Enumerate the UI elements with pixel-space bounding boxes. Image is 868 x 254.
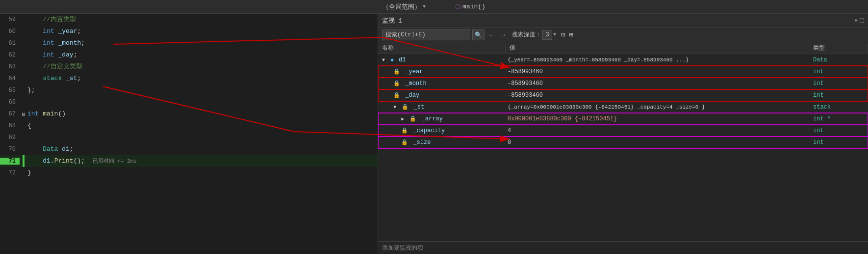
watch-value-array: 0x000001e03880c300 {-842150451} xyxy=(506,115,809,122)
watch-type-size: int xyxy=(809,139,868,146)
col-type-header: 类型 xyxy=(809,44,868,52)
watch-row-year[interactable]: 🔒 _year -858993460 int xyxy=(378,66,868,78)
code-lines: 59 //内置类型 60 int _year; 61 int _month; 6… xyxy=(0,14,378,254)
depth-section: 搜索深度： 3 ▼ xyxy=(512,30,556,40)
watch-name-capacity: 🔒 _capacity xyxy=(378,127,506,134)
watch-value-size: 0 xyxy=(506,139,809,146)
nav-next-button[interactable]: → xyxy=(498,31,508,39)
code-line-64: 64 stack _st; xyxy=(0,73,378,85)
search-box[interactable]: 搜索(Ctrl+E) xyxy=(382,29,470,40)
watch-name-d1: ▼ ◆ d1 xyxy=(378,56,506,63)
col-value-header: 值 xyxy=(506,44,809,52)
watch-name-day: 🔒 _day xyxy=(378,92,506,99)
scope-label-left: （全局范围） xyxy=(383,2,421,11)
watch-type-year: int xyxy=(809,68,868,75)
watch-row-array[interactable]: ▶ 🔒 _array 0x000001e03880c300 {-84215045… xyxy=(378,113,868,125)
depth-label: 搜索深度： xyxy=(512,30,541,39)
watch-type-capacity: int xyxy=(809,127,868,134)
watch-title-bar: 监视 1 ▾ □ xyxy=(378,14,868,28)
watch-name-array: ▶ 🔒 _array xyxy=(378,115,506,122)
watch-name-st: ▼ 🔒 _st xyxy=(378,104,506,111)
watch-row-d1[interactable]: ▼ ◆ d1 {_year=-858993460 _month=-8589934… xyxy=(378,54,868,66)
code-panel: 59 //内置类型 60 int _year; 61 int _month; 6… xyxy=(0,14,378,254)
code-line-72: 72 } xyxy=(0,167,378,179)
watch-row-st[interactable]: ▼ 🔒 _st {_array=0x000001e03880c300 {-842… xyxy=(378,101,868,113)
scope-selector-left[interactable]: （全局范围） ▼ xyxy=(383,2,426,11)
watch-table-body: ▼ ◆ d1 {_year=-858993460 _month=-8589934… xyxy=(378,54,868,241)
watch-value-day: -858993460 xyxy=(506,92,809,99)
nav-prev-button[interactable]: ← xyxy=(486,31,496,39)
watch-toolbar: 搜索(Ctrl+E) 🔍 ← → 搜索深度： 3 ▼ ⊡ ⊞ xyxy=(378,28,868,42)
code-line-70: 70 Data d1; xyxy=(0,143,378,155)
main-area: 59 //内置类型 60 int _year; 61 int _month; 6… xyxy=(0,14,868,254)
code-line-63: 63 //自定义类型 xyxy=(0,61,378,73)
watch-value-year: -858993460 xyxy=(506,68,809,75)
watch-title: 监视 1 xyxy=(382,16,403,25)
toolbar-icons: ⊡ ⊞ xyxy=(560,30,574,39)
code-line-60: 60 int _year; xyxy=(0,26,378,37)
watch-row-size[interactable]: 🔒 _size 0 int xyxy=(378,137,868,148)
watch-type-st: stack xyxy=(809,104,868,111)
watch-table-header: 名称 值 类型 xyxy=(378,42,868,54)
watch-type-month: int xyxy=(809,80,868,87)
watch-row-month[interactable]: 🔒 _month -858993460 int xyxy=(378,78,868,89)
code-line-65: 65 }; xyxy=(0,85,378,96)
grid-icon[interactable]: ⊞ xyxy=(568,30,574,39)
code-line-68: 68 { xyxy=(0,120,378,132)
code-line-69: 69 xyxy=(0,132,378,143)
watch-title-icons: ▾ □ xyxy=(854,16,864,25)
watch-name-month: 🔒 _month xyxy=(378,80,506,87)
search-button[interactable]: 🔍 xyxy=(472,29,485,40)
scope-selector-right[interactable]: ⬡ main() xyxy=(455,3,485,11)
watch-type-array: int * xyxy=(809,115,868,122)
scope-label-right: main() xyxy=(462,3,485,10)
watch-row-capacity[interactable]: 🔒 _capacity 4 int xyxy=(378,125,868,137)
watch-value-month: -858993460 xyxy=(506,80,809,87)
top-toolbar: （全局范围） ▼ ⬡ main() xyxy=(0,0,868,14)
watch-value-capacity: 4 xyxy=(506,127,809,134)
depth-arrow: ▼ xyxy=(553,32,556,37)
code-line-66: 66 xyxy=(0,96,378,108)
pin-icon[interactable]: □ xyxy=(860,17,864,25)
col-name-header: 名称 xyxy=(378,44,506,52)
add-watch-row[interactable]: 添加要监视的项 xyxy=(378,241,868,254)
watch-row-day[interactable]: 🔒 _day -858993460 int xyxy=(378,89,868,101)
search-text: 搜索(Ctrl+E) xyxy=(385,30,426,39)
code-line-71: 71 d1.Print(); 已用时间 <= 2ms xyxy=(0,155,378,167)
code-line-59: 59 //内置类型 xyxy=(0,14,378,26)
watch-panel: 监视 1 ▾ □ 搜索(Ctrl+E) 🔍 ← → 搜索深度： 3 ▼ ⊡ ⊞ xyxy=(378,14,868,254)
dropdown-arrow-left: ▼ xyxy=(423,4,426,9)
code-line-62: 62 int _day; xyxy=(0,49,378,61)
code-line-61: 61 int _month; xyxy=(0,37,378,49)
watch-name-year: 🔒 _year xyxy=(378,68,506,75)
scope-icon-right: ⬡ xyxy=(455,3,460,11)
watch-type-day: int xyxy=(809,92,868,99)
watch-name-size: 🔒 _size xyxy=(378,139,506,146)
copy-icon[interactable]: ⊡ xyxy=(560,30,566,39)
code-line-67: 67 ⊟ int main() xyxy=(0,108,378,120)
watch-value-st: {_array=0x000001e03880c300 {-842150451} … xyxy=(506,104,809,110)
collapse-icon[interactable]: ▾ xyxy=(854,16,858,25)
watch-value-d1: {_year=-858993460 _month=-858993460 _day… xyxy=(506,57,809,63)
watch-type-d1: Data xyxy=(809,56,868,63)
depth-value: 3 xyxy=(542,30,552,40)
